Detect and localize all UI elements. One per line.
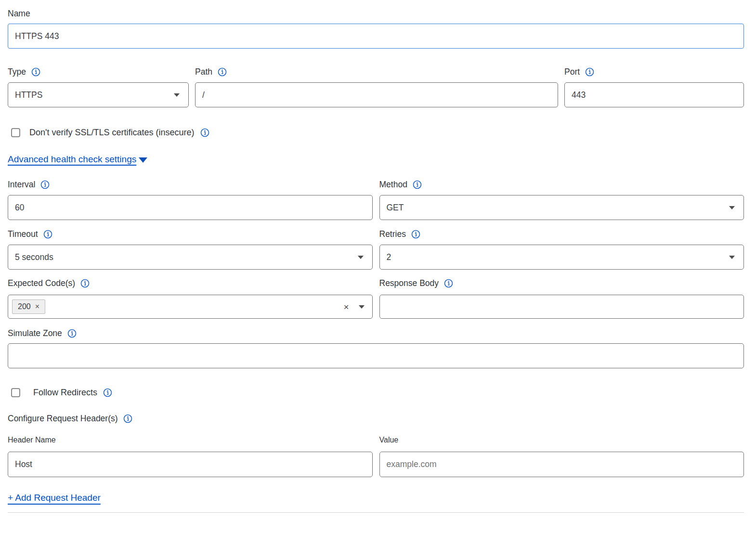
method-select[interactable]: GET xyxy=(379,195,744,220)
dropdown-arrow-icon xyxy=(174,93,180,97)
info-icon[interactable] xyxy=(123,414,132,423)
name-field: Name xyxy=(8,8,744,49)
clear-all-icon[interactable]: × xyxy=(343,302,349,312)
codes-body-row: Expected Code(s) 200 × × Response Body xyxy=(8,277,744,319)
add-request-header-link[interactable]: + Add Request Header xyxy=(8,493,101,503)
method-label: Method xyxy=(379,179,407,190)
path-field: Path xyxy=(195,66,558,107)
timeout-select-value: 5 seconds xyxy=(15,252,53,262)
type-select-value: HTTPS xyxy=(15,90,42,100)
method-select-value: GET xyxy=(387,203,404,213)
configure-headers-label: Configure Request Header(s) xyxy=(8,413,118,424)
header-value-input[interactable] xyxy=(379,452,744,477)
dropdown-arrow-icon xyxy=(729,206,735,209)
info-icon[interactable] xyxy=(103,388,112,397)
interval-label: Interval xyxy=(8,179,35,190)
code-tag-value: 200 xyxy=(18,302,31,311)
method-field: Method GET xyxy=(379,179,744,220)
simulate-zone-input[interactable] xyxy=(8,343,744,368)
info-icon[interactable] xyxy=(218,67,227,77)
port-label: Port xyxy=(564,66,580,78)
dropdown-arrow-icon[interactable] xyxy=(359,305,365,309)
follow-redirects-label: Follow Redirects xyxy=(33,388,97,398)
info-icon[interactable] xyxy=(40,180,50,189)
info-icon[interactable] xyxy=(585,67,594,77)
type-select[interactable]: HTTPS xyxy=(8,82,189,107)
header-name-input[interactable] xyxy=(8,452,373,477)
name-label: Name xyxy=(8,8,30,19)
info-icon[interactable] xyxy=(80,279,90,288)
info-icon[interactable] xyxy=(444,279,453,288)
type-label: Type xyxy=(8,66,26,78)
port-field: Port xyxy=(564,66,744,107)
timeout-retries-row: Timeout 5 seconds Retries 2 xyxy=(8,228,744,270)
chevron-down-icon xyxy=(139,157,147,163)
retries-select[interactable]: 2 xyxy=(379,245,744,270)
add-header-row: + Add Request Header xyxy=(8,493,744,503)
port-input[interactable] xyxy=(564,82,744,107)
expected-codes-label: Expected Code(s) xyxy=(8,277,75,289)
retries-field: Retries 2 xyxy=(379,228,744,270)
path-label: Path xyxy=(195,66,212,78)
timeout-field: Timeout 5 seconds xyxy=(8,228,373,270)
info-icon[interactable] xyxy=(411,230,420,239)
dropdown-arrow-icon xyxy=(729,256,735,259)
request-header-row: Header Name Value xyxy=(8,436,744,477)
advanced-settings-link-label: Advanced health check settings xyxy=(8,154,136,165)
ssl-verify-checkbox-row: Don't verify SSL/TLS certificates (insec… xyxy=(8,128,744,138)
advanced-settings-link[interactable]: Advanced health check settings xyxy=(8,154,147,165)
expected-codes-field: Expected Code(s) 200 × × xyxy=(8,277,373,319)
timeout-label: Timeout xyxy=(8,228,38,240)
header-value-column-label: Value xyxy=(379,436,744,444)
header-name-field: Header Name xyxy=(8,436,373,477)
simulate-zone-field: Simulate Zone xyxy=(8,327,744,368)
interval-input[interactable] xyxy=(8,195,373,220)
info-icon[interactable] xyxy=(413,180,422,189)
ssl-verify-label: Don't verify SSL/TLS certificates (insec… xyxy=(29,128,195,138)
header-value-field: Value xyxy=(379,436,744,477)
code-tag: 200 × xyxy=(12,299,45,314)
retries-label: Retries xyxy=(379,228,406,240)
remove-tag-icon[interactable]: × xyxy=(35,303,39,311)
advanced-settings-row: Advanced health check settings xyxy=(8,154,744,165)
header-name-column-label: Header Name xyxy=(8,436,373,444)
info-icon[interactable] xyxy=(200,128,209,137)
interval-field: Interval xyxy=(8,179,373,220)
response-body-input[interactable] xyxy=(379,295,744,319)
response-body-field: Response Body xyxy=(379,277,744,319)
response-body-label: Response Body xyxy=(379,277,439,289)
info-icon[interactable] xyxy=(67,329,77,338)
health-check-form: Name Type HTTPS Path xyxy=(0,0,756,513)
type-field: Type HTTPS xyxy=(8,66,189,107)
timeout-select[interactable]: 5 seconds xyxy=(8,245,373,270)
info-icon[interactable] xyxy=(31,67,40,77)
name-input[interactable] xyxy=(8,24,744,49)
info-icon[interactable] xyxy=(43,230,52,239)
dropdown-arrow-icon xyxy=(358,256,364,259)
type-path-port-row: Type HTTPS Path Port xyxy=(8,66,744,107)
path-input[interactable] xyxy=(195,82,558,107)
ssl-verify-checkbox[interactable] xyxy=(11,128,20,137)
retries-select-value: 2 xyxy=(387,252,391,262)
section-divider xyxy=(8,512,744,513)
follow-redirects-row: Follow Redirects xyxy=(8,388,744,398)
configure-headers-row: Configure Request Header(s) xyxy=(8,413,744,424)
interval-method-row: Interval Method GET xyxy=(8,179,744,220)
simulate-zone-label: Simulate Zone xyxy=(8,327,62,339)
expected-codes-multiselect[interactable]: 200 × × xyxy=(8,295,373,319)
follow-redirects-checkbox[interactable] xyxy=(11,388,20,397)
